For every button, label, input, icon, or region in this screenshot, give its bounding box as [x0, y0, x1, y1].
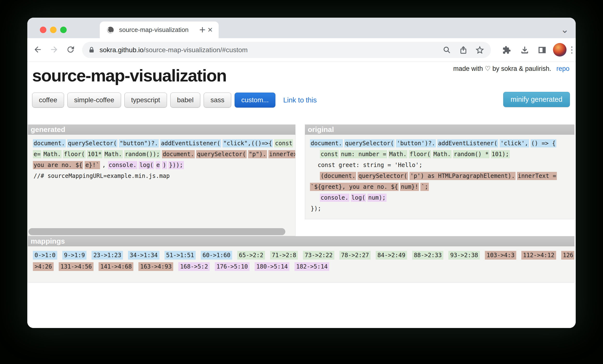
tab-close-icon[interactable]: ✕ — [206, 26, 214, 34]
code-segment[interactable]: "click",(()=>{ — [222, 139, 273, 147]
code-segment[interactable]: addEventListener( — [160, 139, 221, 147]
mapping-chip[interactable]: 65->2:2 — [237, 251, 265, 259]
mapping-chip[interactable]: 182->5:14 — [294, 262, 329, 271]
mapping-chip[interactable]: 71->2:8 — [270, 251, 298, 259]
window-minimize-button[interactable] — [50, 27, 57, 33]
code-segment[interactable]: floor( — [63, 150, 85, 158]
minify-generated-button[interactable]: minify generated — [503, 92, 570, 107]
browser-menu-kebab-icon[interactable]: ⋮ — [568, 44, 576, 56]
code-segment[interactable]: "button")?. — [119, 139, 159, 147]
example-button-typescript[interactable]: typescript — [124, 93, 167, 107]
mapping-chip[interactable]: 131->4:56 — [59, 262, 93, 271]
side-panel-icon[interactable] — [537, 45, 548, 56]
repo-link[interactable]: repo — [556, 65, 569, 72]
mapping-chip[interactable]: 176->5:10 — [215, 262, 250, 271]
code-segment[interactable]: document. — [33, 139, 66, 147]
download-icon[interactable] — [519, 45, 530, 56]
code-segment[interactable]: (document. — [320, 172, 356, 180]
code-segment[interactable]: random()); — [124, 150, 161, 158]
code-segment[interactable]: querySelector( — [344, 139, 394, 147]
mapping-chip[interactable]: 78->2:27 — [339, 251, 371, 259]
back-button[interactable] — [32, 44, 43, 55]
profile-avatar[interactable] — [553, 43, 567, 57]
code-segment[interactable]: 'click', — [499, 139, 529, 147]
mapping-chip[interactable]: 73->2:22 — [303, 251, 334, 259]
code-segment[interactable]: console. — [108, 161, 138, 169]
mapping-chip[interactable]: 23->1:23 — [92, 251, 123, 259]
code-segment[interactable]: floor( — [409, 150, 431, 158]
code-segment[interactable]: querySelector( — [196, 150, 246, 158]
code-segment[interactable]: querySelector( — [67, 139, 117, 147]
code-segment[interactable]: e — [156, 161, 160, 169]
code-segment[interactable]: num: number = — [340, 150, 387, 158]
mapping-chip[interactable]: 141->4:68 — [99, 262, 133, 271]
share-icon[interactable] — [458, 45, 469, 55]
code-segment[interactable]: "p"). — [248, 150, 267, 158]
code-line: `${greet}, you are no. ${num}!`; — [310, 182, 574, 192]
mapping-chip[interactable]: 51->1:51 — [164, 251, 196, 259]
search-icon[interactable] — [442, 45, 452, 55]
forward-button[interactable] — [48, 44, 60, 55]
extensions-puzzle-icon[interactable] — [501, 45, 512, 56]
code-segment[interactable]: random() * — [453, 150, 489, 158]
code-segment[interactable]: document. — [162, 150, 195, 158]
code-segment[interactable]: log( — [351, 194, 366, 202]
example-buttons-row: coffee simple-coffee typescript babel sa… — [32, 92, 317, 108]
code-segment[interactable]: 'button')?. — [396, 139, 436, 147]
code-segment[interactable]: addEventListener( — [437, 139, 498, 147]
code-segment[interactable]: const — [320, 150, 339, 158]
mapping-chip[interactable]: 103->4:3 — [485, 251, 516, 259]
mapping-chip[interactable]: 34->1:34 — [128, 251, 160, 259]
code-segment[interactable]: innerText = — [517, 172, 557, 180]
example-button-coffee[interactable]: coffee — [32, 93, 64, 107]
code-segment[interactable]: Math. — [104, 150, 123, 158]
code-segment[interactable]: ) — [162, 161, 167, 169]
window-close-button[interactable] — [40, 27, 46, 33]
code-segment[interactable]: e= — [33, 150, 41, 158]
code-segment[interactable]: you are no. ${ — [33, 161, 83, 169]
mapping-chip[interactable]: 180->5:14 — [255, 262, 290, 271]
example-button-babel[interactable]: babel — [170, 93, 200, 107]
code-segment[interactable]: num); — [368, 194, 386, 202]
window-zoom-button[interactable] — [60, 27, 67, 33]
code-segment[interactable]: `${greet}, you are no. ${ — [310, 183, 399, 191]
code-segment[interactable]: const — [274, 139, 293, 147]
code-segment[interactable]: 'p') as HTMLParagraphElement). — [409, 172, 516, 180]
mapping-chip[interactable]: 163->4:93 — [139, 262, 173, 271]
code-segment[interactable]: Math. — [433, 150, 452, 158]
url-bar[interactable]: sokra.github.io/source-map-visualization… — [82, 42, 491, 58]
code-segment[interactable]: 101* — [87, 150, 103, 158]
mapping-chip[interactable]: >4:26 — [33, 262, 54, 271]
code-segment[interactable]: console. — [320, 194, 349, 202]
code-segment[interactable]: () => { — [531, 139, 556, 147]
mapping-chip[interactable]: 168->5:2 — [178, 262, 210, 271]
mapping-chip[interactable]: 60->1:60 — [201, 251, 232, 259]
code-segment[interactable]: 101); — [491, 150, 510, 158]
example-button-custom-active[interactable]: custom... — [235, 93, 276, 107]
mapping-chip[interactable]: 84->2:49 — [376, 251, 407, 259]
link-to-this-link[interactable]: Link to this — [283, 96, 317, 104]
code-segment[interactable]: Math. — [388, 150, 407, 158]
code-segment[interactable]: Math. — [43, 150, 62, 158]
code-segment[interactable]: e}!` — [85, 161, 100, 169]
mapping-chip[interactable]: 88->2:33 — [412, 251, 443, 259]
mapping-chip[interactable]: 126- — [561, 251, 575, 259]
reload-button[interactable] — [65, 44, 76, 55]
tab-search-chevron-down-icon[interactable]: ⌄ — [561, 24, 569, 35]
code-segment[interactable]: })); — [168, 161, 184, 169]
new-tab-button[interactable]: + — [199, 24, 206, 35]
mapping-chip[interactable]: 9->1:9 — [62, 251, 87, 259]
mapping-chip[interactable]: 112->4:12 — [521, 251, 556, 259]
code-segment[interactable]: `; — [420, 183, 429, 191]
code-segment[interactable]: querySelector( — [358, 172, 408, 180]
mapping-chip[interactable]: 93->2:38 — [448, 251, 480, 259]
example-button-sass[interactable]: sass — [204, 93, 231, 107]
code-segment[interactable]: num}! — [400, 183, 419, 191]
mapping-chip[interactable]: 0->1:0 — [33, 251, 57, 259]
horizontal-scrollbar-thumb[interactable] — [28, 228, 285, 235]
code-segment[interactable]: log( — [139, 161, 154, 169]
code-segment[interactable]: document. — [310, 139, 343, 147]
code-segment[interactable]: innerText= — [268, 150, 295, 158]
bookmark-star-icon[interactable] — [475, 45, 485, 55]
example-button-simple-coffee[interactable]: simple-coffee — [67, 93, 121, 107]
